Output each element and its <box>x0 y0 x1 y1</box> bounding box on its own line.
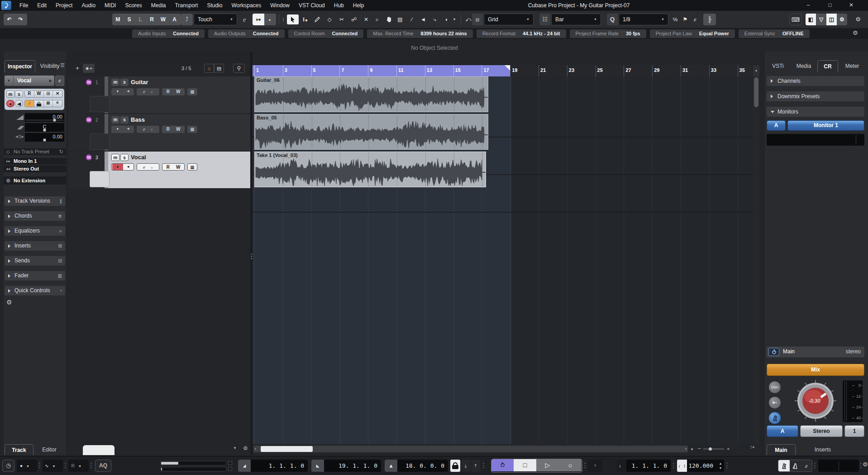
tool-draw[interactable] <box>311 14 323 24</box>
listen-button[interactable]: ▶• <box>768 396 781 409</box>
track-mute-button[interactable]: m <box>111 116 119 124</box>
inspector-menu-icon[interactable]: ☰ <box>60 62 65 68</box>
track-edit-group[interactable]: e○ <box>137 163 159 171</box>
track-name[interactable]: Bass <box>131 116 145 123</box>
color-tool-arrow[interactable]: ▼ <box>451 14 458 24</box>
track-picture[interactable] <box>90 133 110 150</box>
track-automation-group[interactable]: RW <box>162 163 185 171</box>
use-track-preset-button[interactable]: ★+ <box>83 64 95 73</box>
output-routing-row[interactable]: ↤Stereo Out <box>4 166 66 172</box>
scroll-left-arrow[interactable]: ‹ <box>255 446 256 452</box>
zoom-slider-handle[interactable] <box>709 447 712 451</box>
midi-record-mode-group[interactable]: ☉▼ <box>68 460 89 472</box>
right-locator-icon[interactable]: ◣ <box>311 460 324 472</box>
iterative-quantize-icon[interactable]: ℅ <box>671 14 680 24</box>
automation-edit-icon[interactable]: e <box>239 14 250 25</box>
toggle-right-zone[interactable]: ◫ <box>826 14 837 25</box>
status-project-pan-law[interactable]: Project Pan LawEqual Power <box>650 29 735 38</box>
tool-glue[interactable]: ☍ <box>348 14 360 24</box>
right-locator-display[interactable]: ◣ 19. 1. 1. 0 <box>311 460 381 472</box>
track-lanes-button[interactable]: ▦ <box>187 88 197 95</box>
audio-clip-take-1-vocal-03[interactable]: Take 1 (Vocal_03) <box>254 152 486 187</box>
inspector-section-chords[interactable]: Chords≣ <box>5 211 65 221</box>
tab-media[interactable]: Media <box>791 60 816 72</box>
quantize-panel-icon[interactable]: ⚑ <box>681 14 690 24</box>
track-name[interactable]: Guitar <box>131 79 148 86</box>
tab-track[interactable]: Track <box>5 444 33 455</box>
audio-record-mode-group[interactable]: ∿▼ <box>43 460 63 472</box>
tool-zoom[interactable]: ⌕ <box>371 14 383 24</box>
tool-hand[interactable] <box>383 14 395 24</box>
tracklist-dropdown-icon[interactable]: ▼ <box>233 446 237 450</box>
tool-line[interactable]: ∕ <box>406 14 418 24</box>
no-automation-icon[interactable]: ✕ <box>53 91 62 97</box>
track-picture[interactable] <box>90 171 110 187</box>
tab-editor[interactable]: Editor <box>35 444 63 455</box>
track-automation-group[interactable]: RW <box>162 126 185 133</box>
menu-vst-cloud[interactable]: VST Cloud <box>294 0 329 11</box>
precount-icon[interactable]: ◗ <box>588 460 602 472</box>
record-enable-button[interactable]: ● <box>6 100 14 107</box>
downmix-a-button[interactable]: A <box>767 425 798 437</box>
channel-count-button[interactable]: 1 <box>844 425 864 437</box>
timeline-ruler[interactable]: 1357911131517192123252729313335 <box>253 65 759 76</box>
inspector-section-track-versions[interactable]: Track Versions∥ <box>5 196 65 206</box>
track-lanes-button[interactable]: ▦ <box>187 126 197 133</box>
track-row-guitar[interactable]: ♒1msGuitar●◄e○RW▦ <box>71 76 250 113</box>
menu-transport[interactable]: Transport <box>170 0 202 11</box>
quantize-edit-icon[interactable]: e <box>691 14 700 24</box>
track-collapse-arrow[interactable]: ▼ <box>5 76 14 86</box>
tempo-spinner[interactable]: ▲▼ <box>717 460 724 472</box>
delay-handle[interactable] <box>43 138 46 142</box>
mute-button[interactable]: m <box>6 90 14 98</box>
tool-range-selection[interactable]: I <box>299 14 311 24</box>
toggle-left-zone[interactable]: ◧ <box>806 14 816 25</box>
record-mode-group[interactable]: ●▼ <box>17 460 37 472</box>
toggle-lower-zone[interactable]: ▽ <box>816 14 826 25</box>
menu-media[interactable]: Media <box>147 0 171 11</box>
volume-handle[interactable] <box>53 119 56 122</box>
count-in-button[interactable] <box>790 460 801 472</box>
vertical-scrollbar[interactable] <box>753 76 759 444</box>
track-lanes-button[interactable]: ▦ <box>187 163 197 171</box>
track-edit-button[interactable]: e <box>55 76 64 86</box>
redo-icon[interactable]: ↷ <box>15 14 26 25</box>
track-record-monitor-group[interactable]: ●◄ <box>111 163 134 171</box>
track-solo-button[interactable]: s <box>120 116 129 124</box>
lanes-icon[interactable]: ▦ <box>44 100 53 107</box>
audio-clip-guitar-06[interactable]: Guitar_06 <box>254 76 488 112</box>
track-automation-group[interactable]: RW <box>162 88 185 95</box>
freeze-icon[interactable]: ❄ <box>53 100 62 107</box>
tab-meter[interactable]: Meter <box>840 60 864 72</box>
global-automation-l[interactable]: L <box>135 14 146 25</box>
global-automation-a[interactable]: A <box>169 14 180 25</box>
audio-clip-bass-05[interactable]: Bass_05 <box>254 114 488 150</box>
zoom-out-icon[interactable]: – <box>698 445 701 451</box>
preset-reload-icon[interactable]: ↻ <box>59 148 63 155</box>
pan-value-bar[interactable]: C <box>25 123 64 132</box>
monitor-button[interactable]: ◀ <box>15 100 23 107</box>
audio-alignment-icon[interactable]: ╟ <box>703 14 716 25</box>
cr-section-downmix-presets[interactable]: Downmix Presets <box>767 91 864 101</box>
snap-icon[interactable]: ⦻ <box>472 14 483 25</box>
menu-file[interactable]: File <box>15 0 33 11</box>
zoom-preset-arrow[interactable]: ▼ <box>690 447 694 451</box>
tool-comp[interactable]: ▤ <box>394 14 406 24</box>
autoscroll-icon[interactable]: ↦ <box>253 14 264 25</box>
horizontal-scrollbar[interactable]: ‹ › <box>253 446 688 452</box>
record-button[interactable]: ○ <box>559 459 582 471</box>
menu-edit[interactable]: Edit <box>33 0 51 11</box>
tracklist-settings-icon[interactable]: ⚙ <box>243 445 248 451</box>
metronome-button[interactable] <box>768 412 781 424</box>
track-name-header[interactable]: ▼ Vocal ▶ <box>5 76 54 86</box>
inspector-section-equalizers[interactable]: Equalizers⟡ <box>5 226 65 236</box>
input-routing-row[interactable]: ↦Mono In 1 <box>4 158 66 165</box>
time-base-icon[interactable]: ♪ <box>25 100 34 107</box>
onscreen-keyboard-icon[interactable]: ⌨ <box>789 14 802 25</box>
track-solo-button[interactable]: s <box>120 79 129 86</box>
play-button[interactable]: ▷ <box>536 459 559 471</box>
tempo-display[interactable]: 120.000 <box>687 460 717 472</box>
track-name[interactable]: Vocal <box>131 154 146 161</box>
dim-button[interactable]: Dim <box>768 381 781 394</box>
track-search-icon[interactable]: ⚲ <box>233 64 245 73</box>
